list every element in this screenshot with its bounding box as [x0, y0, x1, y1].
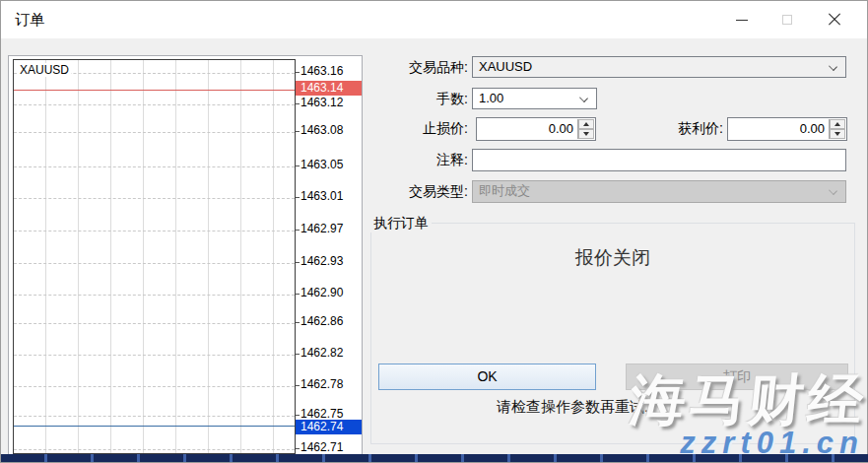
- minimize-icon: [736, 20, 748, 21]
- take-profit-stepper[interactable]: [829, 119, 845, 139]
- symbol-label: 交易品种:: [369, 59, 468, 77]
- price-tick-label: 1463.08: [300, 123, 362, 137]
- axis-tick: [296, 448, 300, 449]
- step-down-icon[interactable]: [578, 129, 594, 139]
- gridline: [14, 132, 295, 133]
- gridline: [14, 104, 295, 105]
- chevron-down-icon: [829, 62, 837, 71]
- trade-type-value: 即时成交: [479, 183, 530, 198]
- gridline: [14, 166, 295, 167]
- maximize-icon: [782, 15, 792, 25]
- close-button[interactable]: [812, 1, 857, 38]
- axis-tick: [296, 415, 300, 416]
- take-profit-input[interactable]: 0.00: [727, 117, 847, 141]
- gridline: [14, 263, 295, 264]
- chart-symbol-label: XAUUSD: [18, 63, 71, 77]
- price-tick-label: 1462.90: [300, 286, 362, 299]
- window-title: 订单: [15, 1, 44, 38]
- axis-tick: [296, 197, 300, 198]
- execution-group-label: 执行订单: [370, 215, 432, 232]
- comment-label: 注释:: [369, 152, 468, 169]
- symbol-value: XAUUSD: [479, 59, 532, 74]
- axis-tick: [296, 165, 300, 166]
- volume-label: 手数:: [369, 91, 468, 108]
- gridline: [14, 198, 295, 199]
- symbol-combobox[interactable]: XAUUSD: [472, 56, 846, 78]
- ask-price-line: [14, 90, 295, 91]
- stop-loss-input[interactable]: 0.00: [476, 117, 596, 141]
- stop-loss-stepper[interactable]: [577, 119, 594, 139]
- gridline: [14, 386, 295, 387]
- price-tick-label: 1462.71: [300, 440, 362, 454]
- take-profit-value: 0.00: [800, 121, 825, 136]
- close-icon: [828, 13, 841, 27]
- axis-tick: [296, 103, 300, 104]
- order-dialog-window: 订单 XAUUSD: [0, 0, 868, 463]
- price-tick-label: 1462.75: [300, 407, 362, 421]
- gridline: [14, 416, 295, 417]
- gridline: [14, 355, 295, 356]
- volume-value: 1.00: [479, 91, 503, 105]
- gridline: [14, 449, 295, 450]
- axis-tick: [296, 385, 300, 386]
- bid-price-badge: 1462.74: [296, 420, 362, 434]
- maximize-button[interactable]: [765, 1, 810, 38]
- gridline: [14, 231, 295, 232]
- chevron-down-icon: [829, 186, 837, 195]
- comment-input[interactable]: [473, 150, 845, 170]
- price-tick-label: 1463.05: [300, 158, 362, 171]
- trade-type-label: 交易类型:: [369, 183, 468, 201]
- axis-tick: [296, 230, 300, 231]
- comment-field-wrap: [472, 149, 846, 171]
- price-tick-label: 1462.78: [300, 377, 362, 391]
- quote-closed-message: 报价关闭: [370, 245, 855, 271]
- title-bar: 订单: [1, 1, 867, 38]
- axis-tick: [296, 262, 300, 263]
- stop-loss-label: 止损价:: [369, 120, 468, 138]
- quote-chart-panel: XAUUSD: [8, 55, 363, 456]
- minimize-button[interactable]: [719, 1, 765, 38]
- price-tick-label: 1463.16: [300, 64, 362, 78]
- trade-type-combobox: 即时成交: [472, 180, 846, 203]
- gridline: [14, 323, 295, 324]
- chevron-down-icon: [579, 94, 588, 102]
- axis-tick: [296, 322, 300, 323]
- axis-tick: [296, 294, 300, 295]
- axis-tick: [296, 131, 300, 132]
- step-down-icon[interactable]: [830, 129, 845, 139]
- price-tick-label: 1462.82: [300, 346, 362, 360]
- price-tick-label: 1462.86: [300, 314, 362, 328]
- tick-chart-area: XAUUSD: [13, 59, 296, 454]
- step-up-icon[interactable]: [830, 119, 845, 129]
- volume-combobox[interactable]: 1.00: [472, 88, 597, 109]
- stop-loss-value: 0.00: [549, 121, 573, 136]
- bid-price-line: [14, 426, 295, 427]
- axis-tick: [296, 354, 300, 355]
- step-up-icon[interactable]: [578, 119, 594, 129]
- price-tick-label: 1463.01: [300, 189, 362, 203]
- price-tick-label: 1462.97: [300, 222, 362, 235]
- ask-price-badge: 1463.14: [296, 81, 362, 96]
- axis-tick: [296, 72, 300, 73]
- take-profit-label: 获利价:: [625, 120, 723, 138]
- price-tick-label: 1463.12: [300, 96, 362, 109]
- ok-button[interactable]: OK: [378, 364, 596, 390]
- gridline: [14, 295, 295, 296]
- price-tick-label: 1462.93: [300, 254, 362, 268]
- watermark-band: [1, 454, 868, 462]
